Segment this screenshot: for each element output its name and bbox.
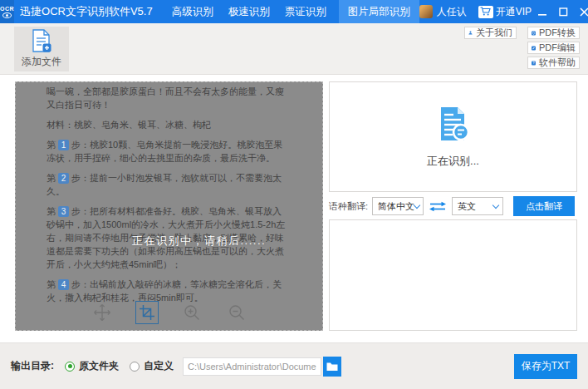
translation-result-box xyxy=(329,219,577,331)
move-tool-button[interactable] xyxy=(91,301,114,324)
target-language-value: 英文 xyxy=(458,200,476,213)
document-paragraph: 第1步：桃胶10颗、皂角米提前一晚浸泡好。桃胶泡至果冻状，用手捏碎，细心的去挑里… xyxy=(47,138,289,165)
help-label: 软件帮助 xyxy=(539,57,576,69)
menu-ticket-ocr[interactable]: 票证识别 xyxy=(277,0,334,23)
pdf-edit-icon xyxy=(532,43,536,53)
pdf-convert-label: PDF转换 xyxy=(539,27,576,39)
bottom-bar: 输出目录: 原文件夹 自定义 保存为TXT xyxy=(0,342,588,389)
menu-advanced-ocr[interactable]: 高级识别 xyxy=(164,0,221,23)
zoom-in-button[interactable] xyxy=(180,301,203,324)
swap-arrows-icon xyxy=(429,201,447,212)
crop-tool-button[interactable] xyxy=(135,301,159,324)
document-search-icon xyxy=(433,105,474,146)
save-txt-button[interactable]: 保存为TXT xyxy=(514,354,577,379)
source-language-value: 简体中文 xyxy=(378,200,414,213)
svg-text:?: ? xyxy=(532,62,534,65)
toolbar: 添加文件 关于我们 PDF转换 PDF编辑 ? 软件帮助 xyxy=(0,23,588,75)
app-title: 迅捷OCR文字识别软件V5.7 xyxy=(20,4,153,19)
crop-icon xyxy=(139,304,155,321)
app-window: OCR 迅捷OCR文字识别软件V5.7 高级识别 极速识别 票证识别 图片局部识… xyxy=(0,0,588,389)
folder-icon xyxy=(326,362,338,372)
titlebar-right: 人任认 开通VIP xyxy=(419,2,588,21)
radio-custom-folder[interactable]: 自定义 xyxy=(130,359,174,373)
cart-icon[interactable] xyxy=(478,6,493,18)
radio-original-label: 原文件夹 xyxy=(79,359,119,373)
toolbar-links: PDF转换 PDF编辑 ? 软件帮助 xyxy=(527,27,580,69)
document-paragraph: 喝一碗，全部都是胶原蛋白！而且不会有太多的能量，又瘦又白指日可待！ xyxy=(47,85,289,111)
swap-languages-button[interactable] xyxy=(429,201,447,212)
pdf-edit-button[interactable]: PDF编辑 xyxy=(527,42,580,54)
browse-folder-button[interactable] xyxy=(323,357,341,377)
main-menu: 高级识别 极速识别 票证识别 图片局部识别 xyxy=(164,0,419,23)
step-number-badge: 2 xyxy=(58,173,69,184)
zoom-out-button[interactable] xyxy=(225,301,248,324)
radio-custom-label: 自定义 xyxy=(144,359,174,373)
minimize-button[interactable] xyxy=(533,2,552,21)
minimize-icon xyxy=(538,7,547,17)
vip-label[interactable]: 开通VIP xyxy=(496,5,532,19)
radio-unchecked-icon xyxy=(130,362,140,372)
radio-checked-icon xyxy=(65,362,75,372)
chevron-down-icon xyxy=(492,201,499,208)
step-number-badge: 3 xyxy=(58,206,69,217)
app-logo-icon: OCR xyxy=(0,0,14,23)
move-icon xyxy=(92,303,112,323)
help-button[interactable]: ? 软件帮助 xyxy=(527,57,580,69)
output-dir-label: 输出目录: xyxy=(11,359,54,373)
maximize-icon xyxy=(559,7,568,17)
source-language-select[interactable]: 简体中文 xyxy=(372,197,424,215)
user-icon xyxy=(468,28,473,37)
step-number-badge: 1 xyxy=(58,140,69,150)
recognizing-overlay: 正在识别中，请稍后...... xyxy=(132,234,266,249)
document-paragraph: 材料：桃胶、皂角米、银耳、冰糖、枸杞 xyxy=(47,118,289,131)
add-file-icon xyxy=(32,29,51,52)
chevron-down-icon xyxy=(414,201,420,208)
about-label: 关于我们 xyxy=(476,27,512,39)
target-language-select[interactable]: 英文 xyxy=(452,197,503,215)
radio-original-folder[interactable]: 原文件夹 xyxy=(65,359,119,373)
translate-button[interactable]: 点击翻译 xyxy=(513,196,575,216)
eye-icon xyxy=(2,12,12,18)
maximize-button[interactable] xyxy=(554,2,573,21)
output-path-input[interactable] xyxy=(183,357,321,376)
add-file-label: 添加文件 xyxy=(22,55,61,69)
menu-partial-image-ocr[interactable]: 图片局部识别 xyxy=(339,0,419,23)
pdf-edit-label: PDF编辑 xyxy=(539,42,576,54)
pdf-convert-button[interactable]: PDF转换 xyxy=(527,27,580,39)
avatar[interactable] xyxy=(419,5,433,18)
close-button[interactable] xyxy=(575,2,588,21)
translate-row: 语种翻译: 简体中文 英文 点击翻译 xyxy=(329,196,578,216)
preview-toolbar xyxy=(16,301,322,324)
document-text: 喝一碗，全部都是胶原蛋白！而且不会有太多的能量，又瘦又白指日可待！材料：桃胶、皂… xyxy=(47,81,289,311)
logo-text: OCR xyxy=(0,6,14,12)
pdf-convert-icon xyxy=(532,28,536,38)
zoom-out-icon xyxy=(228,303,246,322)
add-file-button[interactable]: 添加文件 xyxy=(14,27,69,71)
about-button[interactable]: 关于我们 xyxy=(464,27,517,39)
zoom-in-icon xyxy=(183,303,201,322)
image-preview-panel[interactable]: 喝一碗，全部都是胶原蛋白！而且不会有太多的能量，又瘦又白指日可待！材料：桃胶、皂… xyxy=(15,81,323,331)
translate-label: 语种翻译: xyxy=(329,200,368,213)
step-number-badge: 4 xyxy=(58,279,69,290)
menu-fast-ocr[interactable]: 极速识别 xyxy=(221,0,277,23)
account-label[interactable]: 人任认 xyxy=(437,5,467,19)
recognition-status-box: 正在识别... xyxy=(329,81,577,192)
recognition-status-text: 正在识别... xyxy=(427,154,479,169)
document-paragraph: 第2步：提前一小时泡发银耳，泡软就可以，不需要泡太久。 xyxy=(47,171,289,198)
help-icon: ? xyxy=(532,58,536,68)
titlebar: OCR 迅捷OCR文字识别软件V5.7 高级识别 极速识别 票证识别 图片局部识… xyxy=(0,0,588,23)
close-icon xyxy=(580,7,588,17)
